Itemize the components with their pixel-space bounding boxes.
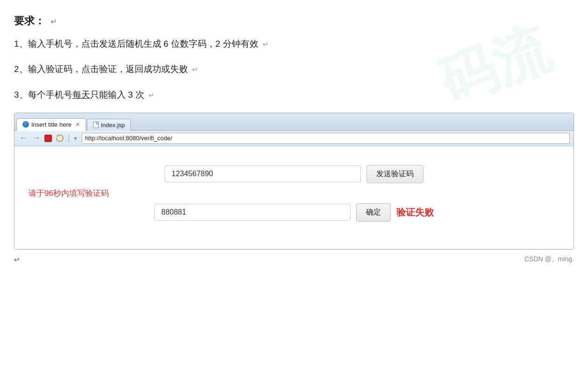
step-1-return: ↵: [263, 40, 269, 48]
code-input[interactable]: [154, 204, 351, 221]
phone-input[interactable]: [165, 165, 361, 182]
browser-window: Insert title here ✕ index.jsp ← → ▼: [14, 113, 574, 250]
bottom-return-arrow: ↵: [14, 255, 20, 264]
step-2-return: ↵: [192, 65, 198, 73]
step-1-text: 1、输入手机号，点击发送后随机生成 6 位数字码，2 分钟有效: [14, 39, 258, 49]
tab-index-label: index.jsp: [101, 122, 125, 129]
step-3: 3、每个手机号每天只能输入 3 次 ↵: [14, 87, 574, 102]
phone-row: 发送验证码: [165, 165, 423, 183]
refresh-button[interactable]: [55, 133, 65, 143]
confirm-button[interactable]: 确定: [356, 203, 391, 222]
forward-button[interactable]: →: [31, 133, 42, 143]
back-button[interactable]: ←: [18, 133, 29, 143]
verify-fail-label: 验证失败: [396, 206, 434, 219]
step-list: 1、输入手机号，点击发送后随机生成 6 位数字码，2 分钟有效 ↵ 2、输入验证…: [14, 36, 574, 102]
step-3-after: 只能输入 3 次: [90, 90, 144, 100]
bottom-bar: ↵ CSDN @。ming.: [14, 255, 574, 264]
dropdown-arrow[interactable]: ▼: [73, 136, 78, 141]
verify-row: 确定 验证失败: [154, 203, 434, 222]
tab-insert-title[interactable]: Insert title here ✕: [16, 118, 86, 131]
step-2: 2、输入验证码，点击验证，返回成功或失败 ↵: [14, 62, 574, 77]
section-title: 要求： ↵: [14, 14, 574, 28]
globe-icon: [22, 121, 29, 128]
csdn-label: CSDN @。ming.: [524, 255, 574, 264]
tab-close-icon[interactable]: ✕: [76, 122, 80, 128]
step-1: 1、输入手机号，点击发送后随机生成 6 位数字码，2 分钟有效 ↵: [14, 36, 574, 51]
return-icon-heading: ↵: [50, 18, 57, 26]
browser-tabs: Insert title here ✕ index.jsp: [14, 113, 574, 131]
browser-toolbar: ← → ▼: [14, 131, 574, 146]
tab-title-label: Insert title here: [31, 121, 72, 128]
step-3-return: ↵: [149, 91, 155, 99]
heading-text: 要求：: [14, 15, 45, 27]
stop-button[interactable]: [44, 135, 52, 142]
step-2-text: 2、输入验证码，点击验证，返回成功或失败: [14, 64, 188, 74]
step-3-before: 3、每个手机号: [14, 90, 72, 100]
doc-icon: [93, 122, 99, 128]
toolbar-separator: [69, 134, 69, 143]
tab-index-jsp[interactable]: index.jsp: [87, 119, 131, 131]
browser-content: 发送验证码 请于96秒内填写验证码 确定 验证失败: [14, 146, 574, 249]
step-3-underlined: 每天: [72, 90, 90, 100]
hint-text: 请于96秒内填写验证码: [29, 188, 109, 199]
address-bar[interactable]: [82, 133, 570, 144]
send-code-button[interactable]: 发送验证码: [366, 165, 423, 183]
